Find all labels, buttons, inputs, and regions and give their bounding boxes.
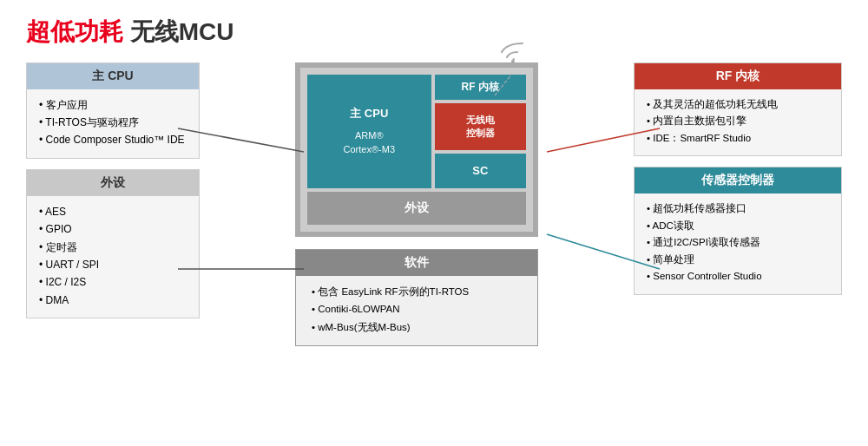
cpu-box: 主 CPU 客户应用 TI-RTOS与驱动程序 Code Composer St…	[26, 62, 200, 159]
list-item: Sensor Controller Studio	[647, 268, 832, 285]
rf-list: 及其灵活的超低功耗无线电 内置自主数据包引擎 IDE：SmartRF Studi…	[647, 96, 832, 148]
list-item: 通过I2C/SPI读取传感器	[647, 234, 832, 252]
software-list: 包含 EasyLink RF示例的TI-RTOS Contiki-6LOWPAN…	[312, 283, 527, 337]
list-item: 定时器	[39, 239, 190, 256]
mcu-rf-body: 无线电 控制器	[435, 103, 526, 150]
list-item: DMA	[39, 292, 190, 309]
mcu-cpu-block: 主 CPU ARM® Cortex®-M3	[307, 75, 431, 188]
list-item: UART / SPI	[39, 256, 190, 273]
wifi-svg	[495, 38, 529, 64]
page-title: 超低功耗 无线MCU	[26, 17, 842, 47]
left-column: 主 CPU 客户应用 TI-RTOS与驱动程序 Code Composer St…	[26, 62, 200, 319]
list-item: Code Composer Studio™ IDE	[39, 131, 190, 148]
mcu-outer-box: 主 CPU ARM® Cortex®-M3 RF 内核 无线电 控制器	[295, 62, 538, 237]
rf-right-body: 及其灵活的超低功耗无线电 内置自主数据包引擎 IDE：SmartRF Studi…	[635, 89, 841, 156]
peripheral-box-body: AES GPIO 定时器 UART / SPI I2C / I2S DMA	[27, 196, 199, 318]
peripheral-list: AES GPIO 定时器 UART / SPI I2C / I2S DMA	[39, 203, 190, 309]
sensor-list: 超低功耗传感器接口 ADC读取 通过I2C/SPI读取传感器 简单处理 Sens…	[647, 200, 832, 285]
mcu-inner-top: 主 CPU ARM® Cortex®-M3 RF 内核 无线电 控制器	[307, 75, 526, 188]
svg-point-0	[511, 60, 515, 63]
mcu-rf-header: RF 内核	[435, 75, 526, 100]
cpu-list: 客户应用 TI-RTOS与驱动程序 Code Composer Studio™ …	[39, 96, 190, 149]
software-box: 软件 包含 EasyLink RF示例的TI-RTOS Contiki-6LOW…	[295, 249, 538, 346]
sensor-right-box: 传感器控制器 超低功耗传感器接口 ADC读取 通过I2C/SPI读取传感器 简单…	[634, 167, 842, 295]
mcu-peripheral-label: 外设	[307, 192, 526, 225]
list-item: GPIO	[39, 220, 190, 238]
mcu-cpu-title: 主 CPU	[350, 106, 388, 121]
list-item: 简单处理	[647, 252, 832, 269]
wifi-icon	[495, 38, 529, 69]
list-item: Contiki-6LOWPAN	[312, 300, 527, 318]
mcu-sc-block: SC	[435, 154, 526, 188]
center-column: 主 CPU ARM® Cortex®-M3 RF 内核 无线电 控制器	[200, 62, 634, 346]
list-item: 内置自主数据包引擎	[647, 113, 832, 130]
list-item: I2C / I2S	[39, 273, 190, 291]
list-item: TI-RTOS与驱动程序	[39, 114, 190, 131]
mcu-rf-column: RF 内核 无线电 控制器 SC	[435, 75, 526, 188]
title-red: 超低功耗	[26, 18, 123, 45]
sensor-right-header: 传感器控制器	[635, 167, 841, 193]
list-item: 包含 EasyLink RF示例的TI-RTOS	[312, 283, 527, 301]
mcu-diagram: 主 CPU ARM® Cortex®-M3 RF 内核 无线电 控制器	[295, 62, 538, 237]
main-layout: 主 CPU 客户应用 TI-RTOS与驱动程序 Code Composer St…	[26, 62, 842, 346]
rf-right-header: RF 内核	[635, 63, 841, 89]
software-box-header: 软件	[296, 250, 537, 276]
page: 超低功耗 无线MCU 主 CPU 客户应用 TI-RTOS与驱动程序 Code …	[0, 0, 868, 446]
list-item: IDE：SmartRF Studio	[647, 130, 832, 148]
mcu-cpu-sub: ARM® Cortex®-M3	[344, 128, 395, 157]
software-box-body: 包含 EasyLink RF示例的TI-RTOS Contiki-6LOWPAN…	[296, 276, 537, 345]
list-item: wM-Bus(无线M-Bus)	[312, 318, 527, 337]
cpu-box-header: 主 CPU	[27, 63, 199, 89]
sensor-right-body: 超低功耗传感器接口 ADC读取 通过I2C/SPI读取传感器 简单处理 Sens…	[635, 193, 841, 294]
list-item: 及其灵活的超低功耗无线电	[647, 96, 832, 114]
list-item: 超低功耗传感器接口	[647, 200, 832, 218]
list-item: ADC读取	[647, 218, 832, 235]
rf-right-box: RF 内核 及其灵活的超低功耗无线电 内置自主数据包引擎 IDE：SmartRF…	[634, 62, 842, 157]
peripheral-box-header: 外设	[27, 170, 199, 196]
list-item: 客户应用	[39, 96, 190, 114]
peripheral-box: 外设 AES GPIO 定时器 UART / SPI I2C / I2S DMA	[26, 169, 200, 318]
right-column: RF 内核 及其灵活的超低功耗无线电 内置自主数据包引擎 IDE：SmartRF…	[634, 62, 842, 295]
cpu-box-body: 客户应用 TI-RTOS与驱动程序 Code Composer Studio™ …	[27, 89, 199, 158]
list-item: AES	[39, 203, 190, 220]
title-black: 无线MCU	[130, 18, 234, 45]
